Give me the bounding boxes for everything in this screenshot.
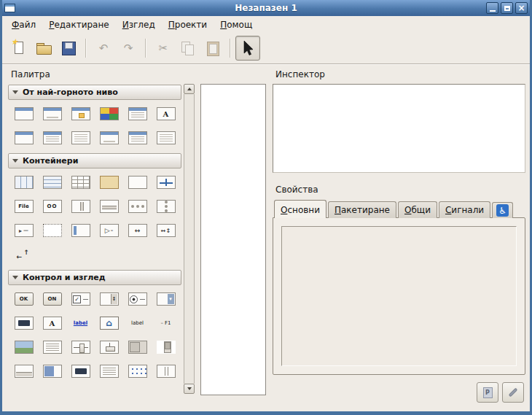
palette-item-file-chooser-dialog[interactable] — [123, 104, 152, 123]
maximize-button[interactable] — [501, 2, 513, 14]
palette-item-combo-box[interactable] — [152, 290, 180, 309]
palette-item-v-scrollbar[interactable] — [152, 338, 180, 357]
tab-general[interactable]: Основни — [274, 200, 326, 218]
palette-item-h-scale[interactable] — [66, 338, 95, 357]
palette-item-image[interactable]: A — [38, 314, 66, 333]
scroll-up-button[interactable] — [184, 84, 195, 94]
palette: От най-горното нивоAКонтейнериFileOOКонт… — [8, 83, 181, 385]
palette-section-header[interactable]: От най-горното ниво — [8, 85, 181, 100]
palette-item-dialog[interactable] — [38, 104, 66, 123]
cut-button[interactable]: ✂ — [151, 36, 176, 61]
undo-button[interactable]: ↶ — [91, 36, 116, 61]
menu-help[interactable]: Помощ — [214, 18, 259, 32]
documentation-button[interactable]: P — [477, 382, 498, 403]
palette-item-toolbar[interactable]: OO — [38, 197, 66, 216]
palette-item-scrolled-window[interactable] — [152, 221, 180, 240]
palette-item-icon-view[interactable] — [123, 362, 152, 381]
palette-item-check-button[interactable] — [66, 290, 95, 309]
menu-projects[interactable]: Проекти — [162, 18, 214, 32]
palette-item-font-selection-dialog[interactable]: A — [152, 104, 180, 123]
palette-item-layout[interactable] — [38, 221, 66, 240]
palette-item-expander[interactable] — [9, 221, 38, 240]
palette-item-text-window[interactable] — [152, 128, 180, 147]
palette-scrollbar[interactable] — [184, 84, 195, 394]
design-canvas[interactable] — [200, 84, 266, 395]
edit-button[interactable] — [502, 382, 524, 403]
save-button[interactable] — [56, 36, 81, 61]
redo-button[interactable]: ↷ — [116, 36, 141, 61]
palette-item-menu-bar[interactable]: File — [9, 197, 38, 216]
palette-item-hbutton-box[interactable] — [123, 197, 152, 216]
titlebar[interactable]: Незапазен 1 × — [2, 0, 530, 16]
palette-item-input-dialog[interactable] — [9, 128, 38, 147]
palette-item-table[interactable] — [66, 173, 95, 192]
palette-item-toggle-button[interactable]: ON — [38, 290, 66, 309]
palette-item-aspect-frame[interactable] — [9, 245, 38, 264]
palette-item-combo-box-entry[interactable] — [66, 362, 95, 381]
palette-item-h-scrollbar[interactable] — [123, 338, 152, 357]
inspector-view[interactable] — [273, 84, 525, 173]
table-icon — [71, 176, 90, 189]
open-button[interactable] — [31, 36, 56, 61]
palette-item-notebook[interactable] — [123, 173, 152, 192]
close-button[interactable]: × — [515, 2, 528, 14]
copy-button[interactable] — [176, 36, 200, 61]
paste-button[interactable] — [200, 36, 225, 61]
palette-item-v-separator[interactable] — [152, 362, 180, 381]
palette-item-label[interactable]: label — [123, 314, 152, 333]
palette-item-handle-box[interactable] — [66, 221, 95, 240]
menu-file[interactable]: Файл — [5, 18, 42, 32]
menu-edit[interactable]: Редактиране — [42, 18, 116, 32]
scrolled-window-icon — [157, 224, 176, 237]
arrow-down-icon — [187, 387, 192, 390]
notebook-icon — [128, 176, 147, 189]
palette-item-hbox[interactable] — [9, 173, 38, 192]
palette-item-progress-bar[interactable] — [38, 362, 66, 381]
palette-item-vpaned[interactable] — [95, 197, 123, 216]
palette-item-fixed[interactable] — [152, 173, 180, 192]
select-tool-button[interactable] — [235, 36, 260, 61]
palette-item-link-button[interactable]: label — [66, 314, 95, 333]
palette-item-href-button[interactable] — [95, 314, 123, 333]
palette-item-tree-view[interactable] — [95, 362, 123, 381]
palette-item-entry[interactable] — [9, 314, 38, 333]
palette-item-recent-chooser-dialog[interactable] — [66, 128, 95, 147]
pen-icon — [509, 388, 518, 397]
palette-item-image-widget[interactable] — [9, 338, 38, 357]
palette-item-about-dialog[interactable] — [66, 104, 95, 123]
palette-item-v-scale[interactable] — [95, 338, 123, 357]
progress-bar-icon — [43, 365, 62, 378]
palette-item-frame[interactable] — [95, 173, 123, 192]
tab-packing[interactable]: Пакетиране — [328, 201, 396, 218]
text-window-icon — [157, 131, 176, 144]
tab-accessibility[interactable]: ♿ — [492, 202, 513, 218]
tab-signals[interactable]: Сигнали — [439, 201, 490, 218]
tab-common[interactable]: Общи — [398, 201, 437, 218]
palette-section-header[interactable]: Контрол и изглед — [8, 270, 181, 285]
palette-item-spin-button[interactable] — [95, 290, 123, 309]
palette-item-vbutton-box[interactable] — [152, 197, 180, 216]
new-button[interactable]: ★ — [7, 36, 31, 61]
h-scale-icon — [71, 341, 90, 354]
palette-item-color-selection-dialog[interactable] — [95, 104, 123, 123]
scroll-down-button[interactable] — [184, 384, 195, 394]
palette-item-viewport[interactable] — [123, 221, 152, 240]
palette-item-hpaned[interactable] — [66, 197, 95, 216]
palette-item-vbox[interactable] — [38, 173, 66, 192]
palette-item-radio-button[interactable] — [123, 290, 152, 309]
palette-item-window[interactable] — [9, 104, 38, 123]
palette-item-button[interactable]: OK — [9, 290, 38, 309]
minimize-button[interactable] — [486, 2, 498, 14]
palette-section-header[interactable]: Контейнери — [8, 153, 181, 168]
palette-item-statusbar[interactable] — [9, 362, 38, 381]
new-document-icon: ★ — [10, 39, 28, 57]
hbutton-box-icon — [128, 200, 147, 213]
palette-item-file-selection-dialog[interactable] — [123, 128, 152, 147]
scrollbar-track[interactable] — [184, 94, 195, 384]
palette-item-accel-label[interactable]: F1 — [152, 314, 180, 333]
palette-item-text-view[interactable] — [38, 338, 66, 357]
palette-item-message-dialog[interactable] — [38, 128, 66, 147]
menu-view[interactable]: Изглед — [116, 18, 162, 32]
palette-item-arrow[interactable] — [95, 221, 123, 240]
palette-item-assistant[interactable] — [95, 128, 123, 147]
